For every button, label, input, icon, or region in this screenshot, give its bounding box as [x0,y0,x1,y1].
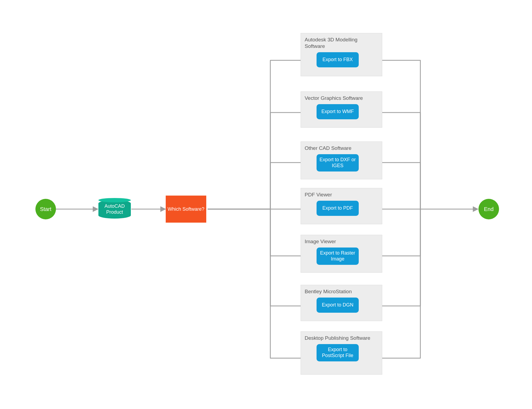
group-title: Image Viewer [305,238,375,245]
action-export-wmf: Export to WMF [317,104,359,119]
group-title: Desktop Publishing Software [305,335,375,341]
action-export-fbx: Export to FBX [317,52,359,67]
action-export-postscript: Export to PostScript File [317,344,359,361]
decision-node: Which Software? [166,196,206,223]
action-label: Export to PDF [322,205,353,211]
group-image-viewer: Image Viewer Export to Raster Image [301,235,382,273]
action-export-raster: Export to Raster Image [317,248,359,265]
group-title: PDF Viewer [305,192,375,198]
datasource-label: AutoCAD Product [104,203,125,215]
action-label: Export to PostScript File [319,347,357,358]
group-title: Autodesk 3D Modelling Software [305,37,375,50]
action-label: Export to DGN [322,302,353,308]
group-title: Vector Graphics Software [305,95,375,101]
group-title: Other CAD Software [305,145,375,151]
group-autodesk-3d: Autodesk 3D Modelling Software Export to… [301,33,382,76]
end-label: End [484,206,494,212]
flowchart-connectors [0,0,532,409]
datasource-node: AutoCAD Product [98,200,131,219]
group-other-cad: Other CAD Software Export to DXF or IGES [301,141,382,179]
start-label: Start [40,206,51,212]
action-label: Export to FBX [322,57,353,63]
action-label: Export to Raster Image [319,250,357,262]
action-export-dgn: Export to DGN [317,298,359,313]
group-bentley: Bentley MicroStation Export to DGN [301,285,382,321]
svg-marker-0 [166,196,206,223]
group-vector-graphics: Vector Graphics Software Export to WMF [301,91,382,128]
group-pdf-viewer: PDF Viewer Export to PDF [301,188,382,224]
start-node: Start [35,199,56,219]
end-node: End [478,199,499,219]
action-export-dxf-iges: Export to DXF or IGES [317,154,359,171]
diamond-icon [166,196,206,223]
action-export-pdf: Export to PDF [317,201,359,216]
action-label: Export to DXF or IGES [319,157,357,169]
group-desktop-publishing: Desktop Publishing Software Export to Po… [301,331,382,375]
action-label: Export to WMF [321,109,354,115]
group-title: Bentley MicroStation [305,288,375,295]
